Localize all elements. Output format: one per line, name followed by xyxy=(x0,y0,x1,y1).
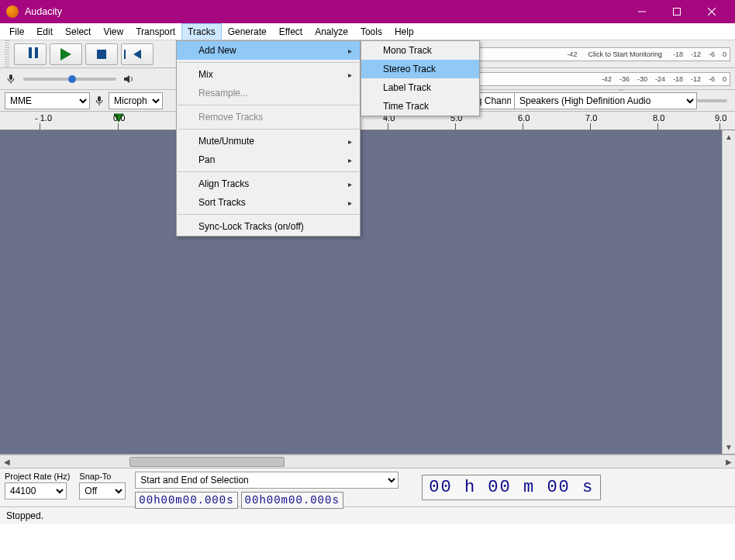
project-rate-label: Project Rate (Hz) xyxy=(5,472,70,481)
scroll-right-icon[interactable]: ▶ xyxy=(722,455,735,468)
menu-tracks[interactable]: Tracks xyxy=(181,23,222,40)
toolbar-grip[interactable] xyxy=(5,40,9,67)
vertical-scrollbar[interactable]: ▲ ▼ xyxy=(722,130,735,454)
meter-tick: -6 xyxy=(709,50,715,58)
meter-tick: -24 xyxy=(655,75,665,83)
meter-tick: -30 xyxy=(637,75,647,83)
menu-item: Resample... xyxy=(177,84,360,102)
audio-position-time[interactable]: 00 h 00 m 00 s xyxy=(422,475,601,500)
menu-item[interactable]: Mute/Unmute▸ xyxy=(177,132,360,150)
window-title: Audacity xyxy=(25,6,624,17)
mic-icon xyxy=(93,95,105,107)
audio-host-select[interactable]: MME xyxy=(5,92,90,109)
close-button[interactable] xyxy=(694,0,729,23)
menu-tools[interactable]: Tools xyxy=(354,23,388,40)
project-rate-select[interactable]: 44100 xyxy=(5,482,67,500)
horizontal-scrollbar[interactable]: ◀ ▶ xyxy=(0,455,735,468)
stop-icon xyxy=(97,50,106,59)
selection-end-time[interactable]: 00h00m00.000s xyxy=(241,492,343,509)
menu-transport[interactable]: Transport xyxy=(129,23,181,40)
pause-button[interactable] xyxy=(14,43,47,65)
menu-item[interactable]: Sort Tracks▸ xyxy=(177,193,360,212)
menu-item[interactable]: Pan▸ xyxy=(177,150,360,169)
svg-marker-6 xyxy=(124,75,129,83)
menu-item: Remove Tracks xyxy=(177,108,360,126)
tracks-area[interactable]: ▲ ▼ xyxy=(0,130,735,455)
ruler-tick: 8.0 xyxy=(653,113,664,123)
meter-prompt: Click to Start Monitoring xyxy=(588,50,662,58)
svg-rect-7 xyxy=(98,96,101,102)
menu-effect[interactable]: Effect xyxy=(273,23,309,40)
meter-tick: -18 xyxy=(673,50,683,58)
speaker-icon xyxy=(122,73,135,85)
meter-tick: -12 xyxy=(691,50,701,58)
play-button[interactable] xyxy=(50,43,82,65)
meter-tick: -12 xyxy=(691,75,701,83)
meter-tick: -6 xyxy=(709,75,715,83)
recording-volume-slider[interactable] xyxy=(20,78,119,81)
skip-start-icon xyxy=(133,50,141,59)
meter-tick: -18 xyxy=(673,75,683,83)
meter-tick: -36 xyxy=(619,75,630,83)
menu-edit[interactable]: Edit xyxy=(30,23,59,40)
snap-to-select[interactable]: Off xyxy=(79,482,126,500)
snap-to-label: Snap-To xyxy=(79,472,126,481)
scroll-down-icon[interactable]: ▼ xyxy=(723,441,735,454)
scroll-up-icon[interactable]: ▲ xyxy=(723,130,735,143)
menu-item[interactable]: Stereo Track xyxy=(361,60,479,78)
menu-item[interactable]: Mix▸ xyxy=(177,65,360,84)
svg-rect-4 xyxy=(9,74,12,80)
skip-start-button[interactable] xyxy=(121,43,154,65)
menu-item[interactable]: Label Track xyxy=(361,78,479,97)
minimize-button[interactable] xyxy=(624,0,659,23)
tracks-menu[interactable]: Add New▸Mix▸Resample...Remove TracksMute… xyxy=(176,40,361,237)
ruler-tick: 6.0 xyxy=(518,113,530,123)
scrollbar-thumb[interactable] xyxy=(129,457,285,467)
maximize-button[interactable] xyxy=(659,0,694,23)
pause-icon xyxy=(29,47,32,60)
recording-device-select[interactable]: Microph xyxy=(109,92,163,109)
menu-item[interactable]: Add New▸ xyxy=(177,41,360,60)
ruler-tick: - 1.0 xyxy=(35,113,52,123)
selection-start-time[interactable]: 00h00m00.000s xyxy=(135,492,237,509)
mic-icon xyxy=(5,73,17,85)
playback-device-select[interactable]: Speakers (High Definition Audio xyxy=(514,92,697,109)
meter-tick: 0 xyxy=(723,75,726,83)
menu-analyze[interactable]: Analyze xyxy=(309,23,354,40)
app-icon xyxy=(6,5,19,18)
ruler-tick: 0.0 xyxy=(113,113,125,123)
selection-toolbar: Project Rate (Hz) 44100 Snap-To Off Star… xyxy=(0,468,735,506)
titlebar: Audacity xyxy=(0,0,735,23)
menu-view[interactable]: View xyxy=(97,23,129,40)
ruler-tick: 7.0 xyxy=(585,113,597,123)
stop-button[interactable] xyxy=(85,43,118,65)
status-text: Stopped. xyxy=(6,510,43,521)
recording-meter[interactable]: -42 Click to Start Monitoring -18 -12 -6… xyxy=(441,47,730,61)
svg-rect-1 xyxy=(673,9,680,16)
menu-item[interactable]: Mono Track xyxy=(361,41,479,60)
meter-tick: -42 xyxy=(567,50,577,58)
menu-generate[interactable]: Generate xyxy=(222,23,273,40)
play-icon xyxy=(60,48,71,60)
menu-select[interactable]: Select xyxy=(59,23,97,40)
meter-tick: -42 xyxy=(602,75,612,83)
scroll-left-icon[interactable]: ◀ xyxy=(0,455,13,468)
statusbar: Stopped. xyxy=(0,506,735,524)
menu-item[interactable]: Sync-Lock Tracks (on/off) xyxy=(177,217,360,236)
menu-item[interactable]: Align Tracks▸ xyxy=(177,175,360,193)
add-new-submenu[interactable]: Mono TrackStereo TrackLabel TrackTime Tr… xyxy=(361,40,480,116)
selection-mode-select[interactable]: Start and End of Selection xyxy=(135,472,399,489)
menu-item[interactable]: Time Track xyxy=(361,97,479,116)
menu-file[interactable]: File xyxy=(3,23,30,40)
ruler-tick: 9.0 xyxy=(715,113,726,123)
menu-help[interactable]: Help xyxy=(388,23,420,40)
meter-tick: 0 xyxy=(723,50,726,58)
menubar: FileEditSelectViewTransportTracksGenerat… xyxy=(0,23,735,40)
